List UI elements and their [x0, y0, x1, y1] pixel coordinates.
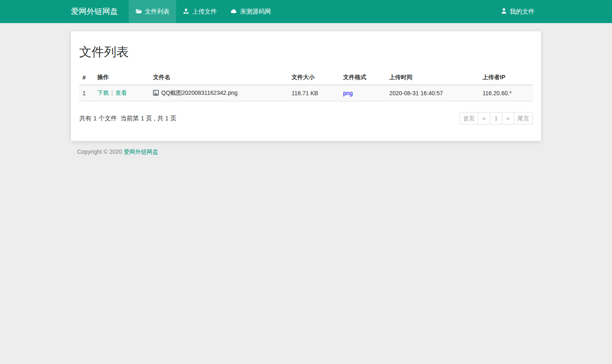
- footer-site-link[interactable]: 爱网外链网盘: [124, 148, 158, 155]
- view-link[interactable]: 查看: [115, 89, 127, 96]
- col-header-index: #: [79, 70, 94, 85]
- nav-item-my-files[interactable]: 我的文件: [494, 0, 541, 23]
- pagination-first-button[interactable]: 首页: [459, 112, 478, 124]
- nav-item-label: 我的文件: [510, 8, 534, 16]
- footer: Copyright © 2020 爱网外链网盘: [71, 148, 541, 156]
- pagination-prev-button[interactable]: «: [478, 112, 490, 124]
- pagination-last-button[interactable]: 尾页: [514, 112, 533, 124]
- cell-filename: QQ截图20200831162342.png: [150, 85, 288, 101]
- brand-label: 爱网外链网盘: [71, 6, 118, 17]
- pagination-page-1-button[interactable]: 1: [490, 112, 502, 124]
- cell-upload-time: 2020-08-31 16:40:57: [386, 85, 479, 101]
- cell-actions: 下载|查看: [94, 85, 150, 101]
- action-separator: |: [111, 89, 113, 96]
- cell-size: 118.71 KB: [288, 85, 340, 101]
- navbar: 爱网外链网盘 文件列表 上传文件 亲测源码网: [0, 0, 612, 23]
- page-title: 文件列表: [79, 44, 533, 61]
- file-table: # 操作 文件名 文件大小 文件格式 上传时间 上传者IP 1 下载|查看: [79, 70, 533, 101]
- upload-icon: [183, 8, 189, 16]
- table-row: 1 下载|查看 QQ截图20200831162342.png 118.71 KB: [79, 85, 533, 101]
- user-icon: [501, 8, 507, 15]
- col-header-filename: 文件名: [150, 70, 288, 85]
- filename-text: QQ截图20200831162342.png: [161, 89, 238, 97]
- nav-item-source-site[interactable]: 亲测源码网: [224, 0, 278, 23]
- cell-uploader-ip: 116.20.60.*: [479, 85, 533, 101]
- col-header-actions: 操作: [94, 70, 150, 85]
- nav-item-label: 文件列表: [145, 8, 169, 16]
- cell-index: 1: [79, 85, 94, 101]
- format-link[interactable]: png: [343, 90, 353, 96]
- brand-link[interactable]: 爱网外链网盘: [71, 0, 129, 23]
- col-header-uploader-ip: 上传者IP: [479, 70, 533, 85]
- download-link[interactable]: 下载: [97, 89, 109, 96]
- pagination: 首页 « 1 » 尾页: [459, 112, 533, 124]
- col-header-size: 文件大小: [288, 70, 340, 85]
- pagination-next-button[interactable]: »: [502, 112, 514, 124]
- main-nav: 文件列表 上传文件 亲测源码网: [129, 0, 278, 23]
- cloud-icon: [230, 8, 237, 16]
- user-nav: 我的文件: [494, 0, 541, 23]
- col-header-format: 文件格式: [340, 70, 386, 85]
- image-file-icon: [153, 90, 159, 97]
- copyright-text: Copyright © 2020: [77, 148, 124, 155]
- nav-item-label: 上传文件: [192, 8, 217, 16]
- col-header-upload-time: 上传时间: [386, 70, 479, 85]
- cell-format: png: [340, 85, 386, 101]
- file-list-card: 文件列表 # 操作 文件名 文件大小 文件格式 上传时间 上传者IP: [71, 31, 541, 141]
- file-count-summary: 共有 1 个文件 当前第 1 页 , 共 1 页: [79, 115, 177, 122]
- nav-item-upload[interactable]: 上传文件: [176, 0, 224, 23]
- nav-item-label: 亲测源码网: [240, 8, 271, 16]
- nav-item-file-list[interactable]: 文件列表: [129, 0, 176, 23]
- table-header-row: # 操作 文件名 文件大小 文件格式 上传时间 上传者IP: [79, 70, 533, 85]
- folder-open-icon: [135, 8, 142, 16]
